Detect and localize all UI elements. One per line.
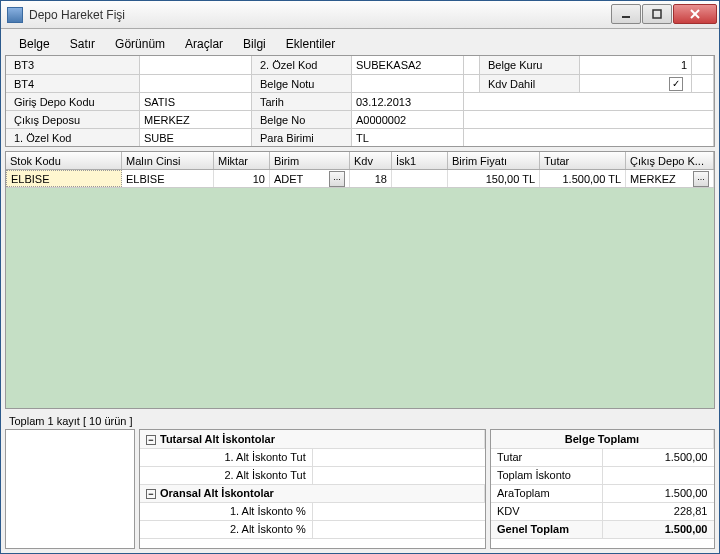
- cikis-deposu-label: Çıkış Deposu: [6, 111, 140, 128]
- menu-belge[interactable]: Belge: [11, 35, 58, 53]
- cikis-deposu-value[interactable]: MERKEZ: [140, 111, 252, 128]
- tut2-value[interactable]: [312, 466, 484, 484]
- grid-body[interactable]: ELBISE ELBISE 10 ADET··· 18 150,00 TL 1.…: [6, 170, 714, 408]
- col-stok-kodu[interactable]: Stok Kodu: [6, 152, 122, 169]
- oran2-value[interactable]: [312, 520, 484, 538]
- totals-panel: Belge Toplamı Tutar1.500,00 Toplam İskon…: [490, 429, 715, 549]
- aratoplam-label: AraToplam: [491, 484, 602, 502]
- summary-line: Toplam 1 kayıt [ 10 ürün ]: [5, 413, 715, 429]
- cell-kdv[interactable]: 18: [350, 170, 392, 187]
- close-button[interactable]: [673, 4, 717, 24]
- discounts-panel: −Tutarsal Alt İskontolar 1. Alt İskonto …: [139, 429, 486, 549]
- birim-picker-button[interactable]: ···: [329, 171, 345, 187]
- belge-kuru-label: Belge Kuru: [480, 56, 580, 74]
- belge-no-label: Belge No: [252, 111, 352, 128]
- svg-rect-1: [653, 10, 661, 18]
- col-kdv[interactable]: Kdv: [350, 152, 392, 169]
- kdv-dahil-value[interactable]: ✓: [580, 75, 692, 92]
- collapse-icon[interactable]: −: [146, 435, 156, 445]
- ozel-kod1-value[interactable]: SUBE: [140, 129, 252, 146]
- maximize-button[interactable]: [642, 4, 672, 24]
- totals-header: Belge Toplamı: [491, 430, 714, 448]
- col-cikis-depo[interactable]: Çıkış Depo K...: [626, 152, 714, 169]
- cell-birim-fiyati[interactable]: 150,00 TL: [448, 170, 540, 187]
- cell-isk1[interactable]: [392, 170, 448, 187]
- oran2-label: 2. Alt İskonto %: [140, 520, 312, 538]
- ozel-kod1-label: 1. Özel Kod: [6, 129, 140, 146]
- table-row[interactable]: ELBISE ELBISE 10 ADET··· 18 150,00 TL 1.…: [6, 170, 714, 188]
- genel-toplam-label: Genel Toplam: [491, 520, 602, 538]
- tut1-label: 1. Alt İskonto Tut: [140, 448, 312, 466]
- window-title: Depo Hareket Fişi: [29, 8, 610, 22]
- minimize-button[interactable]: [611, 4, 641, 24]
- titlebar[interactable]: Depo Hareket Fişi: [1, 1, 719, 29]
- cell-cikis-depo[interactable]: MERKEZ···: [626, 170, 714, 187]
- col-birim-fiyati[interactable]: Birim Fiyatı: [448, 152, 540, 169]
- tut1-value[interactable]: [312, 448, 484, 466]
- bt3-label: BT3: [6, 56, 140, 74]
- kdv-value: 228,81: [602, 502, 713, 520]
- ozel-kod2-value[interactable]: SUBEKASA2: [352, 56, 464, 74]
- cikis-depo-picker-button[interactable]: ···: [693, 171, 709, 187]
- tut2-label: 2. Alt İskonto Tut: [140, 466, 312, 484]
- menu-satir[interactable]: Satır: [62, 35, 103, 53]
- menubar: Belge Satır Görünüm Araçlar Bilgi Eklent…: [5, 33, 715, 55]
- toplam-iskonto-value: [602, 466, 713, 484]
- col-isk1[interactable]: İsk1: [392, 152, 448, 169]
- tutar-label: Tutar: [491, 448, 602, 466]
- tutar-value: 1.500,00: [602, 448, 713, 466]
- form-area: BT3 2. Özel Kod SUBEKASA2 Belge Kuru 1 B…: [5, 55, 715, 147]
- bottom-area: Toplam 1 kayıt [ 10 ürün ] −Tutarsal Alt…: [5, 413, 715, 549]
- col-birim[interactable]: Birim: [270, 152, 350, 169]
- main-window: Depo Hareket Fişi Belge Satır Görünüm Ar…: [0, 0, 720, 554]
- col-miktar[interactable]: Miktar: [214, 152, 270, 169]
- belge-notu-label: Belge Notu: [252, 75, 352, 92]
- grid-area: Stok Kodu Malın Cinsi Miktar Birim Kdv İ…: [5, 151, 715, 409]
- tutarsal-header: Tutarsal Alt İskontolar: [160, 433, 275, 445]
- col-tutar[interactable]: Tutar: [540, 152, 626, 169]
- aratoplam-value: 1.500,00: [602, 484, 713, 502]
- oransal-header: Oransal Alt İskontolar: [160, 487, 274, 499]
- kdv-dahil-checkbox[interactable]: ✓: [669, 77, 683, 91]
- kdv-label: KDV: [491, 502, 602, 520]
- para-birimi-value[interactable]: TL: [352, 129, 464, 146]
- menu-bilgi[interactable]: Bilgi: [235, 35, 274, 53]
- bt3-value[interactable]: [140, 56, 252, 74]
- oran1-label: 1. Alt İskonto %: [140, 502, 312, 520]
- collapse-icon[interactable]: −: [146, 489, 156, 499]
- kdv-dahil-label: Kdv Dahil: [480, 75, 580, 92]
- menu-eklentiler[interactable]: Eklentiler: [278, 35, 343, 53]
- oran1-value[interactable]: [312, 502, 484, 520]
- cell-tutar[interactable]: 1.500,00 TL: [540, 170, 626, 187]
- left-panel: [5, 429, 135, 549]
- cell-miktar[interactable]: 10: [214, 170, 270, 187]
- toplam-iskonto-label: Toplam İskonto: [491, 466, 602, 484]
- belge-kuru-value[interactable]: 1: [580, 56, 692, 74]
- tarih-label: Tarih: [252, 93, 352, 110]
- cell-birim[interactable]: ADET···: [270, 170, 350, 187]
- menu-araclar[interactable]: Araçlar: [177, 35, 231, 53]
- app-icon: [7, 7, 23, 23]
- belge-no-value[interactable]: A0000002: [352, 111, 464, 128]
- bt4-label: BT4: [6, 75, 140, 92]
- bt4-value[interactable]: [140, 75, 252, 92]
- genel-toplam-value: 1.500,00: [602, 520, 713, 538]
- col-malin-cinsi[interactable]: Malın Cinsi: [122, 152, 214, 169]
- giris-depo-label: Giriş Depo Kodu: [6, 93, 140, 110]
- para-birimi-label: Para Birimi: [252, 129, 352, 146]
- belge-notu-value[interactable]: [352, 75, 464, 92]
- menu-gorunum[interactable]: Görünüm: [107, 35, 173, 53]
- cell-stok-kodu[interactable]: ELBISE: [6, 170, 122, 187]
- tarih-value[interactable]: 03.12.2013: [352, 93, 464, 110]
- ozel-kod2-label: 2. Özel Kod: [252, 56, 352, 74]
- giris-depo-value[interactable]: SATIS: [140, 93, 252, 110]
- cell-malin-cinsi[interactable]: ELBISE: [122, 170, 214, 187]
- grid-header: Stok Kodu Malın Cinsi Miktar Birim Kdv İ…: [6, 152, 714, 170]
